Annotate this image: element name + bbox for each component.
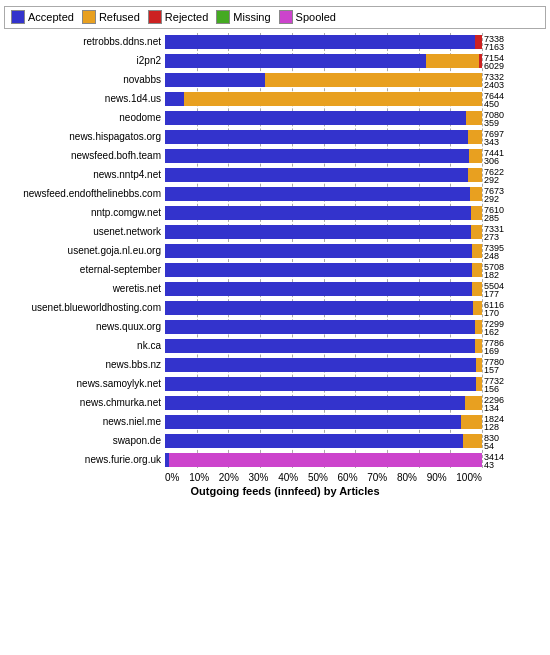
bar-segment-accepted	[165, 434, 463, 448]
bar-row: usenet.network7331273	[165, 223, 482, 240]
bar-row: novabbs73322403	[165, 71, 482, 88]
bar-segment-accepted	[165, 320, 475, 334]
y-label: newsfeed.endofthelinebbs.com	[2, 188, 165, 199]
bar-segment-accepted	[165, 111, 466, 125]
bar-segment-accepted	[165, 92, 184, 106]
y-label: usenet.blueworldhosting.com	[2, 302, 165, 313]
bar-track: 7441306	[165, 149, 482, 163]
bar-track: 7673292	[165, 187, 482, 201]
x-tick: 30%	[249, 472, 269, 483]
value-label: 73387163	[484, 35, 504, 51]
bar-row: news.nntp4.net7622292	[165, 166, 482, 183]
bar-track: 83054	[165, 434, 482, 448]
y-label: news.chmurka.net	[2, 397, 165, 408]
bar-track: 5504177	[165, 282, 482, 296]
legend-item-missing: Missing	[216, 10, 270, 24]
legend-label-spooled: Spooled	[296, 11, 336, 23]
bar-segment-refused	[475, 320, 482, 334]
legend-item-rejected: Rejected	[148, 10, 208, 24]
value-label: 7610285	[484, 206, 504, 222]
bar-row: news.chmurka.net2296134	[165, 394, 482, 411]
bar-row: news.niel.me1824128	[165, 413, 482, 430]
y-label: newsfeed.bofh.team	[2, 150, 165, 161]
x-tick: 40%	[278, 472, 298, 483]
y-label: nntp.comgw.net	[2, 207, 165, 218]
bar-track: 7299162	[165, 320, 482, 334]
bar-row: news.samoylyk.net7732156	[165, 375, 482, 392]
x-tick: 10%	[189, 472, 209, 483]
value-label: 5504177	[484, 282, 504, 298]
bar-segment-accepted	[165, 339, 475, 353]
bar-track: 6116170	[165, 301, 482, 315]
x-tick: 100%	[456, 472, 482, 483]
bar-track: 7080359	[165, 111, 482, 125]
x-axis-ticks: 0%10%20%30%40%50%60%70%80%90%100%	[165, 470, 482, 483]
bar-segment-accepted	[165, 358, 476, 372]
y-label: news.bbs.nz	[2, 359, 165, 370]
value-label: 7441306	[484, 149, 504, 165]
legend-box-missing	[216, 10, 230, 24]
x-tick: 20%	[219, 472, 239, 483]
x-title: Outgoing feeds (innfeed) by Articles	[20, 485, 550, 497]
bar-row: news.hispagatos.org7697343	[165, 128, 482, 145]
legend-item-spooled: Spooled	[279, 10, 336, 24]
bar-segment-refused	[184, 92, 482, 106]
value-label: 73322403	[484, 73, 504, 89]
bar-segment-refused	[465, 396, 482, 410]
bar-track: 7732156	[165, 377, 482, 391]
bar-segment-accepted	[165, 263, 472, 277]
bar-track: 7786169	[165, 339, 482, 353]
bar-row: news.bbs.nz7780157	[165, 356, 482, 373]
bar-track: 7622292	[165, 168, 482, 182]
x-tick: 50%	[308, 472, 328, 483]
y-label: weretis.net	[2, 283, 165, 294]
bar-segment-accepted	[165, 149, 469, 163]
bar-row: neodome7080359	[165, 109, 482, 126]
bar-segment-accepted	[165, 206, 471, 220]
bar-row: nntp.comgw.net7610285	[165, 204, 482, 221]
bar-track: 2296134	[165, 396, 482, 410]
bars-area: retrobbs.ddns.net73387163i2pn271546029no…	[165, 33, 482, 468]
legend-box-rejected	[148, 10, 162, 24]
bar-row: i2pn271546029	[165, 52, 482, 69]
bar-row: retrobbs.ddns.net73387163	[165, 33, 482, 50]
bar-track: 5708182	[165, 263, 482, 277]
bar-segment-accepted	[165, 244, 472, 258]
bar-segment-refused	[472, 244, 482, 258]
bar-segment-refused	[426, 54, 480, 68]
y-label: eternal-september	[2, 264, 165, 275]
value-label: 7780157	[484, 358, 504, 374]
legend-label-missing: Missing	[233, 11, 270, 23]
y-label: nk.ca	[2, 340, 165, 351]
bar-track: 71546029	[165, 54, 482, 68]
bar-segment-accepted	[165, 225, 471, 239]
value-label: 1824128	[484, 415, 504, 431]
value-label: 7644450	[484, 92, 504, 108]
value-label: 6116170	[484, 301, 504, 317]
bar-track: 73387163	[165, 35, 482, 49]
bar-track: 7395248	[165, 244, 482, 258]
y-label: usenet.goja.nl.eu.org	[2, 245, 165, 256]
bar-segment-refused	[265, 73, 482, 87]
bar-row: weretis.net5504177	[165, 280, 482, 297]
y-label: news.nntp4.net	[2, 169, 165, 180]
bar-track: 7644450	[165, 92, 482, 106]
bar-segment-accepted	[165, 301, 473, 315]
legend-item-refused: Refused	[82, 10, 140, 24]
bar-segment-accepted	[165, 187, 470, 201]
legend-box-accepted	[11, 10, 25, 24]
legend-label-refused: Refused	[99, 11, 140, 23]
bar-row: nk.ca7786169	[165, 337, 482, 354]
value-label: 7786169	[484, 339, 504, 355]
bar-segment-refused	[461, 415, 482, 429]
value-label: 7673292	[484, 187, 504, 203]
value-label: 7395248	[484, 244, 504, 260]
value-label: 7080359	[484, 111, 504, 127]
bars-container: retrobbs.ddns.net73387163i2pn271546029no…	[165, 33, 482, 468]
bar-segment-accepted	[165, 282, 472, 296]
bar-segment-rejected	[475, 35, 482, 49]
bar-track: 1824128	[165, 415, 482, 429]
bar-segment-refused	[472, 282, 482, 296]
bar-segment-refused	[471, 225, 482, 239]
bar-row: news.1d4.us7644450	[165, 90, 482, 107]
